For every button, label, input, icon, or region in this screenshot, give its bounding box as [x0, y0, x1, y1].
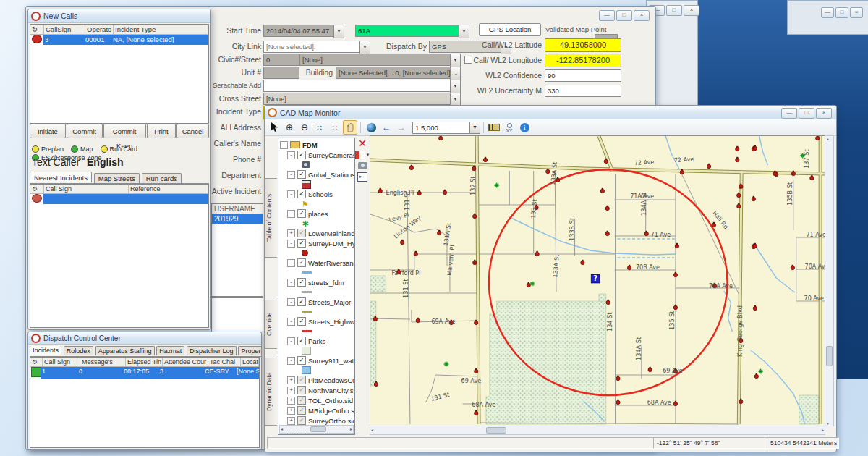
expand-toggle-icon[interactable]: -: [287, 279, 295, 287]
overview-window-icon[interactable]: ▼: [355, 151, 370, 159]
layer-tree-panel[interactable]: -FDM-✓SurreyCameras-✓Gobal_Stations-✓Sch…: [278, 138, 355, 435]
zoom-selected-icon[interactable]: ∷: [328, 120, 342, 135]
col-callsign[interactable]: CallSign: [44, 25, 85, 34]
tree-horizontal-scrollbar[interactable]: ◂ ▸: [279, 425, 354, 434]
layer-checkbox[interactable]: ✓: [297, 151, 306, 159]
maximize-icon[interactable]: □: [616, 10, 632, 21]
zoom-in-icon[interactable]: ⊕: [282, 120, 297, 135]
tab-incidents[interactable]: Incidents: [30, 346, 61, 355]
scroll-down-icon[interactable]: ▾: [827, 421, 829, 426]
nearest-incident-row[interactable]: [30, 194, 208, 204]
layer-checkbox[interactable]: ✓: [297, 258, 306, 267]
tree-item-pittmeadowsortho-s[interactable]: +✓PittMeadowsOrtho.s: [280, 375, 354, 385]
map-titlebar[interactable]: CAD Map Monitor: [265, 106, 836, 120]
building-more-button[interactable]: ...: [450, 67, 461, 80]
uncertainty-field[interactable]: 330: [545, 85, 621, 97]
username-listbox[interactable]: USERNAME 201929: [211, 203, 263, 297]
scroll-right-icon[interactable]: ▸: [350, 426, 352, 431]
col-messages[interactable]: Message's: [80, 358, 126, 366]
layer-checkbox[interactable]: ✓: [297, 170, 306, 179]
confidence-field[interactable]: 90: [545, 69, 621, 82]
layer-checkbox[interactable]: ✓: [297, 406, 306, 415]
minimize-icon[interactable]: —: [599, 10, 615, 21]
commit-keep-button[interactable]: Commit Keep: [103, 124, 146, 138]
close-icon[interactable]: ×: [634, 10, 650, 21]
map-canvas[interactable]: English Pl131 StLevy PlLinton Way131A St…: [370, 136, 825, 426]
longitude-field[interactable]: -122.85178200: [545, 54, 621, 67]
tab-dispatcher-log[interactable]: Dispatcher Log: [187, 346, 237, 355]
layer-checkbox[interactable]: ✓: [297, 317, 306, 326]
close-icon[interactable]: ×: [850, 7, 863, 18]
tree-item-streets-highway[interactable]: -✓Streets_Highway: [280, 316, 354, 326]
col-reference[interactable]: Reference: [129, 185, 208, 193]
snapshot-icon[interactable]: [358, 162, 367, 169]
expand-toggle-icon[interactable]: -: [287, 357, 295, 365]
scale-combo[interactable]: 1:5,000 ▼: [412, 122, 480, 134]
commit-button[interactable]: Commit: [67, 124, 103, 138]
cancel-button[interactable]: Cancel: [176, 124, 209, 138]
expand-toggle-icon[interactable]: +: [287, 417, 295, 425]
tree-item-fdm[interactable]: -FDM: [280, 140, 354, 150]
building-field[interactable]: [None Selected], . 0, [None selected], .: [336, 67, 454, 79]
refresh-column-icon[interactable]: ↻: [30, 185, 44, 193]
scroll-up-icon[interactable]: ▴: [827, 136, 829, 141]
tree-item-mridgeortho-sid[interactable]: +✓MRidgeOrtho.sid: [280, 405, 354, 415]
select-tool-icon[interactable]: [267, 120, 281, 135]
layer-checkbox[interactable]: ✓: [297, 386, 306, 394]
layer-checkbox[interactable]: ✓: [297, 396, 306, 405]
layer-checkbox[interactable]: ✓: [297, 209, 306, 218]
unit-number-field[interactable]: [263, 67, 299, 79]
tree-item-parks[interactable]: -✓Parks: [280, 336, 354, 346]
city-link-dropdown-icon[interactable]: ▼: [359, 41, 370, 54]
expand-toggle-icon[interactable]: -: [280, 141, 288, 149]
latitude-field[interactable]: 49.13058000: [545, 38, 621, 52]
tree-item-northvancity-sid[interactable]: +✓NorthVanCity.sid: [280, 385, 354, 395]
col-call-sign[interactable]: Call Sign: [44, 185, 129, 193]
nearest-incidents-grid[interactable]: ↻ Call Sign Reference: [30, 184, 209, 328]
tab-table-of-contents[interactable]: Table of Contents: [265, 178, 277, 258]
layer-checkbox[interactable]: ✓: [297, 376, 306, 384]
col-call-sign[interactable]: Call Sign: [43, 358, 80, 366]
expand-toggle-icon[interactable]: -: [287, 171, 295, 179]
civic-street-field[interactable]: [None]: [299, 54, 454, 66]
tree-item-surreyfdm-hydrant[interactable]: -✓SurreyFDM_Hydrant: [280, 238, 354, 248]
scroll-left-icon[interactable]: ◂: [281, 426, 283, 431]
info-icon[interactable]: i: [517, 120, 532, 135]
tree-item-surreyortho-sid[interactable]: +✓SurreyOrtho.sid: [280, 415, 354, 426]
incident-row[interactable]: 1 0 00:17:05 3 CE-SRY [None Selec: [30, 367, 259, 379]
maximize-icon[interactable]: □: [835, 7, 848, 18]
tab-nearest-incidents[interactable]: Nearest Incidents: [30, 172, 92, 182]
secondary-listbox[interactable]: [211, 297, 263, 332]
maximize-icon[interactable]: □: [799, 108, 814, 119]
cross-street-field[interactable]: [None]: [263, 93, 454, 105]
map-vertical-scrollbar[interactable]: ▴ ▾: [825, 135, 834, 426]
tree-item-streets-major[interactable]: -✓Streets_Major: [280, 297, 354, 307]
tree-item-waterriversandstre[interactable]: -✓WaterRiversandStre: [280, 258, 354, 268]
col-tac-channel[interactable]: Tac Chai: [208, 358, 241, 366]
start-time-field[interactable]: 2014/04/04 07:55:47: [263, 25, 337, 37]
gps-location-button[interactable]: GPS Location: [479, 23, 541, 36]
col-incident-type[interactable]: Incident Type: [114, 25, 208, 34]
new-calls-titlebar[interactable]: New Calls: [28, 9, 210, 23]
refresh-column-icon[interactable]: ↻: [30, 358, 43, 366]
minimize-icon[interactable]: —: [781, 108, 797, 119]
pan-tool-icon[interactable]: [343, 120, 357, 135]
username-selected-row[interactable]: 201929: [212, 214, 263, 224]
map-viewport[interactable]: English Pl131 StLevy PlLinton Way131A St…: [370, 135, 825, 426]
tab-properties[interactable]: Properties: [238, 346, 261, 355]
scroll-left-icon[interactable]: ◂: [371, 427, 373, 432]
new-call-row[interactable]: 3 00001 NA, [None selected]: [30, 35, 208, 45]
incidents-grid[interactable]: ↻ Call Sign Message's Elapsed Tin Attend…: [30, 357, 260, 448]
col-location[interactable]: Location Na: [241, 358, 259, 366]
expand-toggle-icon[interactable]: -: [287, 210, 295, 218]
maximize-icon[interactable]: □: [666, 5, 682, 16]
tree-item-places[interactable]: -✓places: [280, 208, 354, 219]
remove-layer-icon[interactable]: ✕: [358, 139, 367, 148]
unit-code-field[interactable]: 61A: [355, 25, 462, 37]
layer-checkbox[interactable]: ✓: [297, 190, 306, 198]
expand-toggle-icon[interactable]: -: [287, 298, 295, 306]
refresh-column-icon[interactable]: ↻: [30, 25, 44, 34]
scroll-right-icon[interactable]: ▸: [822, 427, 824, 432]
expand-toggle-icon[interactable]: -: [287, 190, 295, 198]
tab-dynamic-data[interactable]: Dynamic Data: [265, 358, 277, 426]
